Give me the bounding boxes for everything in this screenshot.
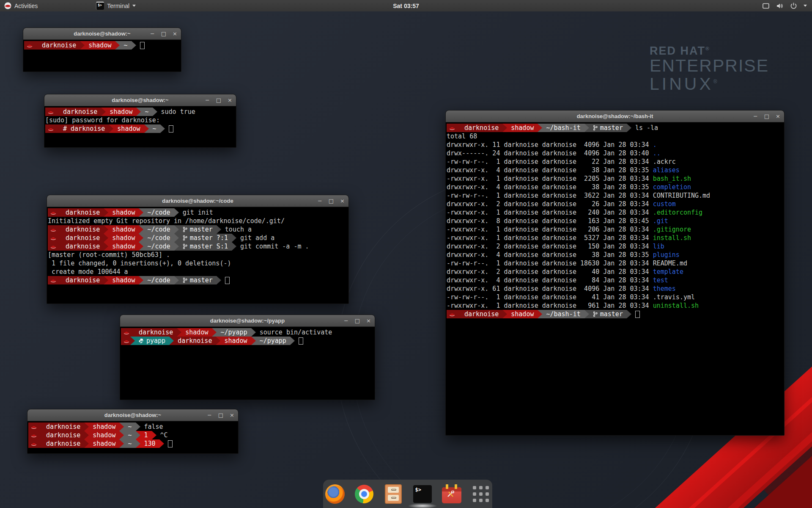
output-text: themes bbox=[653, 285, 676, 293]
output-text: drwxrwxr-x. 11 darknoise darknoise 4096 … bbox=[447, 141, 653, 149]
close-button[interactable]: × bbox=[366, 318, 371, 324]
command-text: git init bbox=[183, 208, 213, 217]
output-text: aliases bbox=[653, 166, 680, 174]
dock-item-app-grid[interactable] bbox=[471, 484, 491, 504]
terminal-cursor bbox=[169, 125, 173, 133]
powerline-separator bbox=[136, 108, 141, 116]
terminal-content[interactable]: darknoiseshadow~/codegit initInitialized… bbox=[47, 207, 348, 284]
powerline-separator bbox=[136, 422, 140, 431]
powerline-separator bbox=[101, 108, 106, 116]
host-segment: shadow bbox=[181, 328, 212, 337]
powerline-separator bbox=[136, 439, 140, 448]
terminal-output-line: create mode 100644 a bbox=[48, 268, 348, 276]
powerline-separator bbox=[456, 124, 461, 132]
powerline-separator bbox=[232, 242, 236, 251]
activities-button[interactable]: Activities bbox=[0, 0, 42, 11]
minimize-button[interactable]: − bbox=[318, 198, 322, 204]
maximize-button[interactable]: □ bbox=[329, 198, 334, 204]
host-segment: shadow bbox=[108, 234, 139, 242]
titlebar[interactable]: darknoise@shadow:~/code−□× bbox=[47, 195, 348, 207]
user-segment: darknoise bbox=[62, 242, 104, 251]
minimize-button[interactable]: − bbox=[207, 412, 212, 418]
output-text: completion bbox=[653, 183, 691, 191]
dock-item-toolbox[interactable] bbox=[442, 484, 462, 504]
path-segment: ~/code bbox=[143, 234, 174, 242]
terminal-output-line: drwxrwxr-x. 11 darknoise darknoise 4096 … bbox=[447, 141, 784, 149]
powerline-separator bbox=[139, 225, 143, 234]
terminal-content[interactable]: darknoiseshadow~sudo true[sudo] password… bbox=[44, 106, 236, 133]
dock-item-files[interactable] bbox=[383, 484, 403, 504]
titlebar[interactable]: darknoise@shadow:~/pyapp−□× bbox=[120, 315, 375, 327]
terminal-window[interactable]: darknoise@shadow:~/bash-it−□×darknoisesh… bbox=[445, 110, 785, 436]
titlebar[interactable]: darknoise@shadow:~−□× bbox=[27, 409, 238, 421]
user-segment: darknoise bbox=[42, 422, 84, 431]
terminal-cursor bbox=[168, 440, 173, 447]
powerline-separator bbox=[177, 328, 181, 337]
powerline-separator bbox=[139, 208, 143, 217]
terminal-output-line: drwxrwxr-x. 4 darknoise darknoise 38 Jan… bbox=[447, 166, 784, 174]
path-segment: ~/pyapp bbox=[217, 328, 251, 337]
minimize-button[interactable]: − bbox=[753, 113, 758, 119]
redhat-icon bbox=[28, 422, 38, 431]
dock-item-firefox[interactable] bbox=[325, 484, 345, 504]
dock-item-chrome[interactable] bbox=[354, 484, 374, 504]
powerline-separator bbox=[139, 234, 143, 242]
path-segment: ~ bbox=[124, 431, 135, 439]
terminal-icon: $> bbox=[413, 485, 432, 503]
terminal-window[interactable]: darknoise@shadow:~−□×darknoiseshadow~ bbox=[23, 28, 181, 72]
maximize-button[interactable]: □ bbox=[764, 113, 769, 119]
powerline-separator bbox=[38, 431, 42, 439]
app-menu-button[interactable]: $> Terminal bbox=[92, 0, 140, 11]
maximize-button[interactable]: □ bbox=[161, 30, 166, 37]
path-segment: ~ bbox=[124, 422, 135, 431]
minimize-button[interactable]: − bbox=[205, 97, 210, 103]
terminal-content[interactable]: darknoiseshadow~/pyappsource bin/activat… bbox=[120, 327, 375, 345]
terminal-window[interactable]: darknoise@shadow:~−□×darknoiseshadow~fal… bbox=[27, 409, 239, 454]
titlebar[interactable]: darknoise@shadow:~−□× bbox=[44, 94, 236, 106]
system-status-area[interactable] bbox=[762, 2, 812, 9]
terminal-content[interactable]: darknoiseshadow~falsedarknoiseshadow~1^C… bbox=[27, 421, 238, 448]
terminal-window[interactable]: darknoise@shadow:~/pyapp−□×darknoiseshad… bbox=[120, 315, 375, 400]
maximize-button[interactable]: □ bbox=[216, 97, 221, 103]
host-segment: shadow bbox=[108, 208, 139, 217]
git-branch-segment: master S:1 bbox=[179, 242, 232, 251]
terminal-cursor bbox=[140, 42, 145, 49]
powerline-separator bbox=[38, 422, 42, 431]
powerline-separator bbox=[232, 234, 236, 242]
minimize-button[interactable]: − bbox=[150, 30, 155, 37]
terminal-cursor bbox=[225, 277, 230, 284]
minimize-button[interactable]: − bbox=[344, 318, 348, 324]
git-branch-segment: master bbox=[589, 124, 627, 132]
dock-item-terminal[interactable]: $> bbox=[412, 484, 433, 504]
user-segment: darknoise bbox=[62, 208, 104, 217]
output-text: [sudo] password for darknoise: bbox=[45, 116, 160, 124]
close-button[interactable]: × bbox=[173, 30, 177, 37]
terminal-content[interactable]: darknoiseshadow~ bbox=[23, 40, 181, 50]
maximize-button[interactable]: □ bbox=[218, 412, 223, 418]
terminal-output-line: -rwxrwxr-x. 1 darknoise darknoise 5327 J… bbox=[447, 234, 784, 242]
output-text: custom bbox=[653, 200, 676, 208]
output-text: drwxrwxr-x. 61 darknoise darknoise 4096 … bbox=[447, 285, 653, 293]
host-segment: shadow bbox=[507, 124, 538, 132]
close-button[interactable]: × bbox=[230, 412, 234, 418]
close-button[interactable]: × bbox=[228, 97, 232, 103]
user-segment: darknoise bbox=[135, 328, 177, 337]
powerline-separator bbox=[216, 337, 220, 345]
path-segment: ~/code bbox=[143, 225, 174, 234]
user-segment: darknoise bbox=[59, 108, 101, 116]
titlebar[interactable]: darknoise@shadow:~/bash-it−□× bbox=[446, 110, 784, 122]
output-text: -rwxrwxr-x. 1 darknoise darknoise 240 Ja… bbox=[447, 209, 653, 216]
git-branch-segment: master bbox=[179, 276, 217, 284]
terminal-output-line: drwxrwxr-x. 8 darknoise darknoise 163 Ja… bbox=[447, 217, 784, 225]
terminal-window[interactable]: darknoise@shadow:~/code−□×darknoiseshado… bbox=[47, 195, 349, 304]
terminal-content[interactable]: darknoiseshadow~/bash-itmasterls -latota… bbox=[446, 122, 784, 318]
output-text: uninstall.sh bbox=[653, 302, 699, 309]
output-text: drwxrwxr-x. 2 darknoise darknoise 26 Jan… bbox=[447, 200, 653, 208]
close-button[interactable]: × bbox=[776, 113, 780, 119]
terminal-window[interactable]: darknoise@shadow:~−□×darknoiseshadow~sud… bbox=[44, 94, 236, 148]
titlebar[interactable]: darknoise@shadow:~−□× bbox=[23, 28, 181, 40]
maximize-button[interactable]: □ bbox=[355, 318, 360, 324]
host-segment: shadow bbox=[89, 431, 119, 439]
terminal-prompt-line: darknoiseshadow~/bash-itmasterls -la bbox=[447, 124, 784, 132]
close-button[interactable]: × bbox=[340, 198, 345, 204]
